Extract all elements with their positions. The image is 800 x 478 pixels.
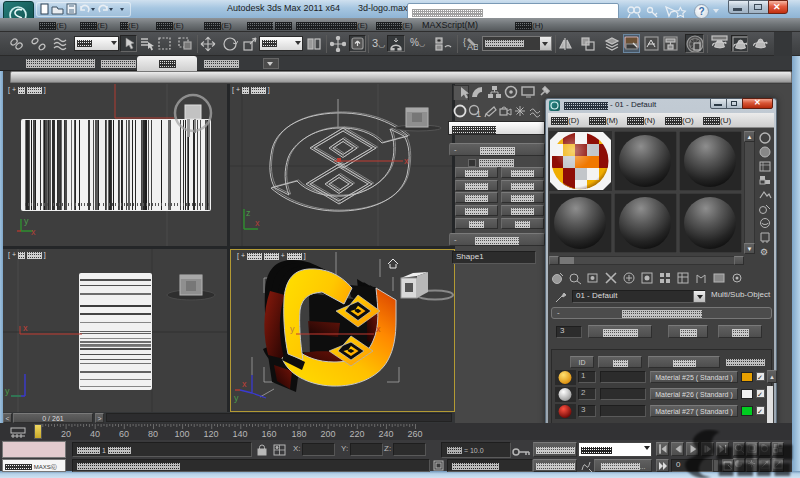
svg-text:x: x — [23, 323, 28, 333]
svg-text:⚙: ⚙ — [760, 247, 768, 257]
svg-text:z: z — [246, 208, 251, 218]
svg-text:y: y — [290, 324, 295, 334]
svg-text:x: x — [376, 324, 381, 334]
svg-text:{: { — [463, 37, 466, 47]
svg-text:x: x — [404, 156, 409, 166]
svg-text:y: y — [234, 393, 239, 403]
svg-text:x: x — [31, 227, 36, 237]
svg-text:x: x — [255, 218, 260, 228]
svg-text:y: y — [5, 386, 10, 396]
svg-text:ABC: ABC — [467, 42, 478, 52]
svg-text:1: 1 — [476, 109, 481, 118]
svg-text:x: x — [242, 379, 247, 389]
svg-text:y: y — [24, 216, 29, 226]
